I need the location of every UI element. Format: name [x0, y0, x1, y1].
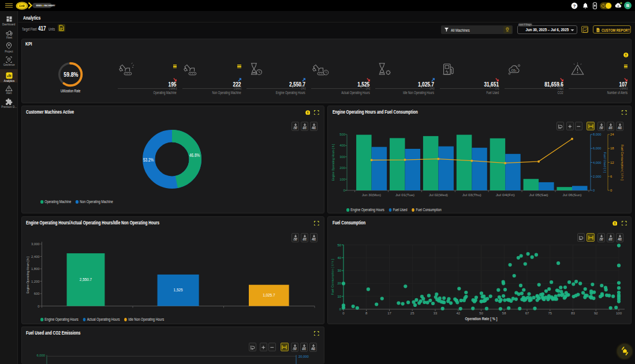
- svg-text:0: 0: [38, 305, 39, 308]
- svg-text:Engine Operating Hours [ h ]: Engine Operating Hours [ h ]: [26, 256, 29, 293]
- svg-text:Jun 30(Mon): Jun 30(Mon): [362, 193, 381, 197]
- svg-text:Fuel Consumption [ l / h ]: Fuel Consumption [ l / h ]: [331, 259, 334, 295]
- svg-text:2,550.7: 2,550.7: [80, 277, 92, 282]
- svg-text:6,000: 6,000: [36, 354, 45, 357]
- svg-text:Fuel Consumption [ l / h ]: Fuel Consumption [ l / h ]: [621, 145, 624, 181]
- svg-text:30: 30: [338, 269, 341, 272]
- svg-text:25: 25: [410, 312, 414, 315]
- svg-text:1,525: 1,525: [174, 288, 183, 292]
- svg-text:500: 500: [339, 133, 345, 136]
- svg-text:83: 83: [571, 312, 575, 315]
- svg-text:1,025.7: 1,025.7: [263, 293, 275, 297]
- svg-text:0: 0: [593, 189, 595, 192]
- svg-text:92: 92: [594, 312, 598, 315]
- svg-text:17: 17: [387, 312, 391, 315]
- svg-text:Lnk: Lnk: [19, 4, 25, 7]
- svg-text:100: 100: [339, 178, 345, 181]
- svg-text:0: 0: [339, 307, 341, 311]
- svg-text:3,000: 3,000: [31, 242, 40, 246]
- svg-text:6,000: 6,000: [593, 147, 602, 150]
- svg-text:Fuel Used [ l ]: Fuel Used [ l ]: [603, 152, 607, 173]
- svg-text:Jul 01(Tue): Jul 01(Tue): [395, 193, 414, 197]
- svg-text:6: 6: [610, 175, 612, 178]
- svg-text:Jul 02(Wed): Jul 02(Wed): [429, 193, 448, 197]
- svg-text:0: 0: [610, 189, 612, 192]
- svg-text:Operation Rate [ % ]: Operation Rate [ % ]: [465, 317, 498, 321]
- svg-text:?: ?: [573, 3, 576, 8]
- svg-text:300: 300: [339, 155, 345, 159]
- svg-text:18: 18: [610, 147, 614, 150]
- svg-text:58: 58: [502, 312, 506, 315]
- svg-text:8,000: 8,000: [593, 133, 602, 136]
- svg-text:1,200: 1,200: [31, 280, 40, 283]
- svg-text:20,000: 20,000: [298, 355, 309, 358]
- svg-text:42: 42: [456, 312, 460, 315]
- svg-text:4,000: 4,000: [593, 161, 602, 164]
- svg-text:0: 0: [342, 312, 345, 315]
- svg-text:8: 8: [365, 312, 368, 315]
- svg-text:CO₂: CO₂: [511, 69, 516, 72]
- svg-text:600: 600: [34, 292, 40, 295]
- svg-text:10: 10: [338, 295, 341, 298]
- svg-text:12: 12: [610, 161, 614, 164]
- svg-text:400: 400: [339, 144, 345, 147]
- svg-text:0: 0: [343, 189, 345, 192]
- svg-text:50: 50: [338, 243, 341, 247]
- svg-text:Jul 05(Sat): Jul 05(Sat): [529, 193, 548, 197]
- svg-text:Jul 04(Fri): Jul 04(Fri): [496, 193, 515, 197]
- svg-text:20: 20: [338, 282, 341, 285]
- svg-text:2,400: 2,400: [31, 255, 40, 258]
- svg-text:75: 75: [548, 312, 552, 315]
- svg-text:40: 40: [338, 256, 341, 260]
- svg-text:100: 100: [616, 312, 622, 315]
- svg-text:Jul 06(Sun): Jul 06(Sun): [563, 193, 582, 197]
- svg-text:2,000: 2,000: [593, 175, 602, 178]
- svg-text:50: 50: [479, 312, 483, 315]
- svg-text:24: 24: [610, 133, 614, 136]
- svg-text:200: 200: [339, 166, 345, 170]
- svg-text:33: 33: [434, 312, 438, 315]
- svg-text:1,800: 1,800: [31, 267, 40, 271]
- svg-text:67: 67: [525, 312, 529, 315]
- svg-text:Jul 03(Thu): Jul 03(Thu): [462, 193, 481, 197]
- svg-text:Engine Operating Hours [ h ]: Engine Operating Hours [ h ]: [331, 144, 335, 181]
